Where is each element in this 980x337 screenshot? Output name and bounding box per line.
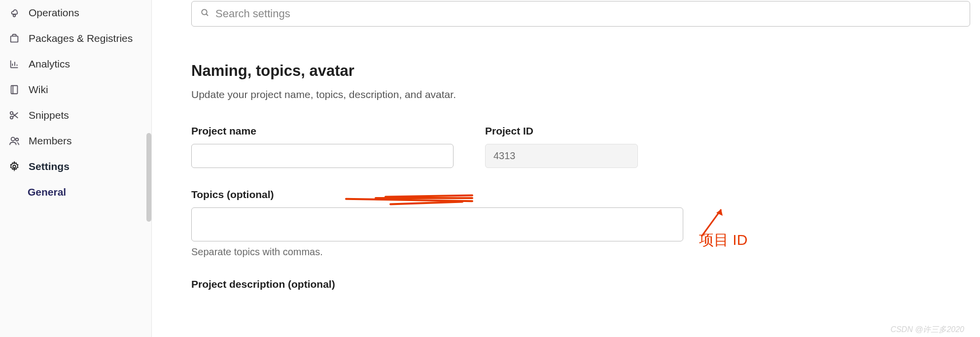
- sidebar-sub-general[interactable]: General: [0, 179, 151, 205]
- svg-rect-9: [11, 86, 18, 94]
- sidebar-item-label: Wiki: [29, 84, 48, 96]
- project-name-label: Project name: [191, 125, 454, 137]
- annotation-text: 项目 ID: [699, 230, 747, 250]
- sidebar-item-members[interactable]: Members: [0, 128, 151, 154]
- redaction-mark: [385, 192, 498, 207]
- sidebar-item-label: Analytics: [29, 58, 70, 70]
- svg-point-0: [13, 14, 16, 17]
- search-input[interactable]: [215, 7, 961, 20]
- sidebar-item-settings[interactable]: Settings: [0, 154, 151, 179]
- sidebar-item-label: Members: [29, 135, 72, 147]
- svg-point-17: [13, 165, 16, 168]
- section-title: Naming, topics, avatar: [191, 62, 980, 80]
- description-label: Project description (optional): [191, 278, 980, 290]
- members-icon: [9, 135, 20, 146]
- sidebar-item-snippets[interactable]: Snippets: [0, 102, 151, 128]
- main-content: Naming, topics, avatar Update your proje…: [152, 0, 980, 337]
- svg-rect-3: [11, 36, 18, 42]
- sidebar-item-operations[interactable]: Operations: [0, 0, 151, 26]
- sidebar-item-wiki[interactable]: Wiki: [0, 77, 151, 102]
- sidebar-item-packages[interactable]: Packages & Registries: [0, 26, 151, 51]
- sidebar: Operations Packages & Registries Analyti…: [0, 0, 152, 337]
- watermark: CSDN @许三多2020: [890, 325, 964, 335]
- sidebar-item-label: Packages & Registries: [29, 33, 133, 44]
- search-settings[interactable]: [191, 1, 970, 27]
- svg-line-19: [206, 14, 208, 16]
- book-icon: [9, 84, 20, 95]
- project-name-input[interactable]: [191, 144, 454, 168]
- search-icon: [201, 8, 210, 19]
- svg-point-16: [16, 138, 19, 141]
- sidebar-item-label: Snippets: [29, 109, 69, 121]
- scissors-icon: [9, 110, 20, 121]
- form-row: Project name Project ID: [191, 125, 980, 168]
- package-icon: [9, 33, 20, 44]
- gear-icon: [9, 161, 20, 172]
- svg-marker-21: [716, 209, 723, 216]
- topics-label: Topics (optional): [191, 189, 980, 201]
- project-id-group: Project ID: [485, 125, 638, 168]
- svg-point-18: [202, 9, 207, 15]
- sidebar-item-label: Settings: [29, 161, 70, 172]
- sidebar-item-label: Operations: [29, 7, 79, 19]
- svg-point-15: [11, 137, 15, 141]
- chart-icon: [9, 59, 20, 69]
- topics-hint: Separate topics with commas.: [191, 246, 980, 258]
- project-name-group: Project name: [191, 125, 454, 168]
- topics-input[interactable]: [191, 207, 683, 241]
- cloud-gear-icon: [9, 7, 20, 18]
- section-desc: Update your project name, topics, descri…: [191, 89, 980, 101]
- project-id-input: [485, 144, 638, 168]
- scrollbar[interactable]: [146, 133, 151, 222]
- project-id-label: Project ID: [485, 125, 638, 137]
- sidebar-item-analytics[interactable]: Analytics: [0, 51, 151, 77]
